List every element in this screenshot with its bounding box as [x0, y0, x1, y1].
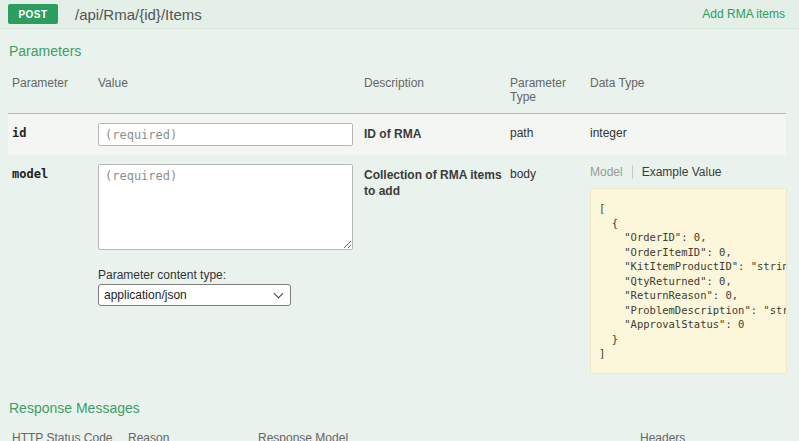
col-value: Value [98, 67, 364, 113]
param-description: ID of RMA [364, 114, 510, 151]
content-type-label: Parameter content type: [98, 268, 358, 282]
col-reason: Reason [128, 423, 258, 441]
col-http-status-code: HTTP Status Code [12, 423, 128, 441]
response-messages-title: Response Messages [8, 400, 786, 416]
id-value-input[interactable] [98, 123, 353, 146]
example-value-snippet[interactable]: [ { "OrderID": 0, "OrderItemID": 0, "Kit… [590, 188, 787, 374]
col-data-type: Data Type [590, 67, 786, 113]
parameters-title: Parameters [8, 43, 786, 59]
operation-content: Parameters Parameter Value Description P… [0, 43, 799, 441]
model-value-textarea[interactable] [98, 164, 353, 250]
param-row-id: id ID of RMA path integer [8, 114, 786, 155]
tab-example-value[interactable]: Example Value [633, 165, 722, 179]
endpoint-header: POST /api/Rma/{id}/Items Add RMA items [0, 0, 799, 29]
model-tabs: Model Example Value [590, 165, 787, 179]
content-type-select[interactable]: application/json [98, 284, 291, 306]
col-parameter-type: Parameter Type [510, 67, 590, 113]
add-rma-items-link[interactable]: Add RMA items [702, 7, 785, 21]
param-description: Collection of RMA items to add [364, 155, 510, 383]
endpoint-path[interactable]: /api/Rma/{id}/Items [75, 6, 202, 23]
col-headers: Headers [640, 423, 786, 441]
param-name: model [12, 155, 98, 383]
param-type: path [510, 114, 590, 149]
param-data-type: integer [590, 114, 786, 149]
col-parameter: Parameter [12, 67, 98, 113]
param-row-model: model Parameter content type: applicatio… [8, 155, 786, 383]
responses-header-row: HTTP Status Code Reason Response Model H… [8, 423, 786, 441]
col-description: Description [364, 67, 510, 113]
parameters-header-row: Parameter Value Description Parameter Ty… [8, 67, 786, 114]
tab-model[interactable]: Model [590, 165, 633, 179]
col-response-model: Response Model [258, 423, 640, 441]
http-method-badge: POST [8, 4, 58, 24]
param-name: id [12, 114, 98, 149]
param-type: body [510, 155, 590, 383]
